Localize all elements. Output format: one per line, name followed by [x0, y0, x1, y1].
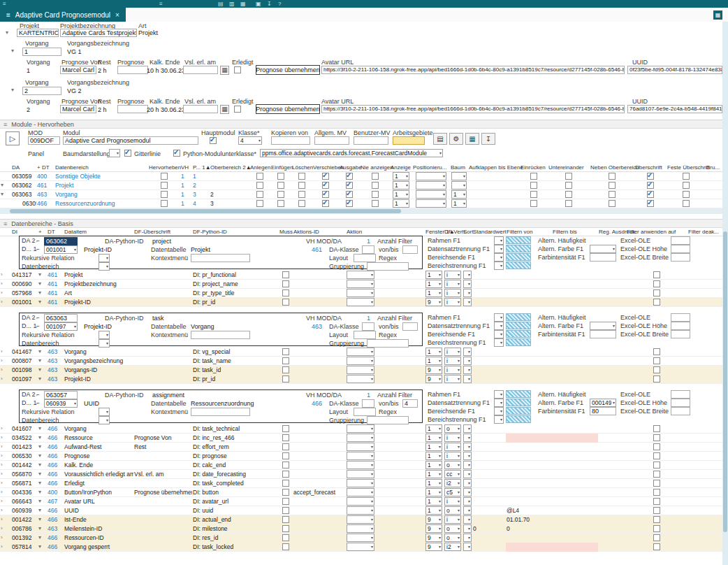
sort-select[interactable]: ▾ — [463, 375, 472, 383]
datensatztrennung-select[interactable]: ▾ — [494, 245, 504, 253]
sort-select[interactable]: ▾ — [463, 534, 472, 542]
da-field[interactable]: 063063 — [44, 314, 78, 322]
gruppierung-field[interactable] — [367, 262, 409, 271]
dataitem-row[interactable]: ›001001▾461Projekt-IDDI: pr_id▾9▾i▾▾ — [0, 298, 722, 307]
vorgang-field[interactable]: 1 — [22, 48, 61, 56]
vertical-scrollbar-thumb[interactable] — [723, 231, 727, 532]
tab-menu-icon[interactable]: ≡ — [6, 11, 10, 19]
horizontal-scrollbar-thumb[interactable] — [10, 209, 401, 213]
sort-select[interactable]: ▾ — [463, 434, 472, 442]
filter-anwenden-checkbox[interactable] — [653, 525, 660, 532]
fenster-select[interactable]: 1▾ — [425, 461, 442, 469]
rekursive-relation-select[interactable]: ▾ — [99, 331, 110, 339]
fenster-select[interactable]: 1▾ — [425, 348, 442, 356]
di-dropdown-icon[interactable]: ▾ — [38, 376, 41, 382]
dataitem-row[interactable]: ›066643▾467Avatar URLDI: avatar_url▾1▾i▾… — [0, 497, 722, 506]
da-field[interactable]: 063062 — [44, 237, 78, 245]
window-menu-icon[interactable]: ≡ — [159, 1, 163, 7]
aktion-select[interactable]: ▾ — [347, 515, 374, 524]
aktion-select[interactable]: ▾ — [347, 280, 374, 288]
filter-anwenden-checkbox[interactable] — [653, 489, 660, 496]
aktion-select[interactable]: ▾ — [347, 543, 374, 551]
muss-checkbox[interactable] — [282, 271, 289, 278]
altern-farbe-select[interactable]: 000149▾ — [590, 399, 616, 407]
bereichsende-select[interactable]: ▾ — [494, 253, 504, 262]
df-verh-select[interactable]: i▾ — [444, 497, 461, 506]
baumdarstellung-select[interactable]: ▾ — [109, 149, 120, 157]
dataitem-row[interactable]: ›057814▾466Vorgang gesperrtDI: task_lock… — [0, 543, 722, 552]
hervorheben-checkbox[interactable] — [161, 182, 168, 189]
di-select[interactable]: 001097▾ — [44, 322, 78, 331]
section-menu-icon[interactable]: ≡ — [3, 220, 7, 227]
vorgang-field[interactable]: 2 — [22, 87, 61, 95]
new-window-icon[interactable]: ▣ — [256, 1, 261, 7]
split-view-icon[interactable]: ▦ — [240, 1, 246, 7]
feste_ueberschrift-checkbox[interactable] — [683, 173, 690, 180]
rahmen-color-field[interactable] — [506, 236, 531, 244]
sort-select[interactable]: ▾ — [463, 452, 472, 460]
baum-select[interactable]: ▾ — [451, 181, 467, 189]
sort-select[interactable]: ▾ — [463, 506, 472, 515]
datenbereich-link[interactable]: Ressourcenzuordnung — [55, 200, 115, 207]
expand-icon[interactable]: › — [1, 376, 3, 382]
anlegen-checkbox[interactable] — [256, 200, 263, 207]
expand-icon[interactable]: › — [1, 471, 3, 477]
neben_oberbereich-checkbox[interactable] — [609, 200, 616, 207]
datenbereiche-section-header[interactable]: ≡ Datenbereiche - Basis — [0, 219, 722, 228]
aktion-select[interactable]: ▾ — [347, 357, 374, 365]
df-verh-select[interactable]: i▾ — [444, 298, 461, 306]
df-verh-select[interactable]: o▾ — [444, 424, 461, 433]
verschieben-checkbox[interactable] — [322, 191, 329, 198]
expand-icon[interactable]: › — [1, 444, 3, 450]
untereinander-checkbox[interactable] — [565, 173, 572, 180]
nie_anzeigen-checkbox[interactable] — [372, 182, 379, 189]
muss-checkbox[interactable] — [282, 452, 289, 459]
cascade-windows-icon[interactable]: ▥ — [229, 1, 235, 7]
bereichsende-color-field[interactable] — [506, 253, 531, 261]
baum-select[interactable]: ▾ — [451, 172, 467, 180]
dataitem-row[interactable]: ›001422▾466Ist-EndeDI: actual_end▾9▾i▾▾0… — [0, 515, 722, 524]
sort-select[interactable]: ▾ — [463, 424, 472, 433]
vsl-erl-am-field[interactable] — [183, 66, 218, 74]
di-dropdown-icon[interactable]: ▾ — [38, 272, 41, 278]
pos-select[interactable]: ▾ — [416, 199, 446, 208]
rahmen-select[interactable]: ▾ — [494, 390, 504, 399]
aktion-select[interactable]: ▾ — [347, 289, 374, 297]
ueberschrift-checkbox[interactable] — [647, 182, 654, 189]
kontextmenu-field[interactable] — [191, 408, 250, 416]
di-dropdown-icon[interactable]: ▾ — [38, 508, 41, 513]
sort-select[interactable]: ▾ — [463, 543, 472, 551]
klasse-select[interactable]: 4▾ — [238, 136, 262, 145]
excel-ole-field[interactable] — [671, 236, 690, 245]
module-grid-row[interactable]: ▾063063463Vorgang1321▾▾1▾ — [0, 190, 722, 199]
aktion-select[interactable]: ▾ — [347, 452, 374, 460]
fenster-select[interactable]: 9▾ — [425, 366, 442, 374]
di-dropdown-icon[interactable]: ▾ — [38, 367, 41, 373]
dataitem-row[interactable]: ›041317▾461ProjektDI: pr_functional▾1▾i▾… — [0, 271, 722, 280]
dataitem-row[interactable]: ›001423▾466Aufwand-RestRestDI: effort_re… — [0, 443, 722, 452]
dataitem-row[interactable]: ›056870▾466Voraussichtlich erledigt amVs… — [0, 470, 722, 479]
di-dropdown-icon[interactable]: ▾ — [38, 358, 41, 364]
fenster-select[interactable]: 1▾ — [425, 434, 442, 442]
sort-select[interactable]: ▾ — [463, 497, 472, 506]
hamburger-menu-icon[interactable]: ≡ — [3, 1, 6, 7]
prognose-uebernehmen-button[interactable]: Prognose übernehmen — [256, 104, 320, 114]
datensatztrennung-color-field[interactable] — [506, 399, 531, 406]
filter-anwenden-checkbox[interactable] — [653, 498, 660, 505]
excel-ole-field[interactable] — [671, 313, 690, 322]
datenbereich-link[interactable]: Sonstige Objekte — [55, 173, 101, 180]
filter-anwenden-checkbox[interactable] — [653, 280, 660, 287]
settings-gear-icon[interactable]: ⚙ — [449, 133, 463, 145]
expand-icon[interactable]: › — [1, 367, 3, 373]
datenbereich-select[interactable]: ▾ — [99, 339, 110, 348]
collapse-icon[interactable]: ⌐ — [36, 245, 40, 253]
farbintensitaet-field[interactable] — [590, 253, 616, 262]
side-panel-button[interactable]: ▦ — [713, 10, 722, 20]
di-dropdown-icon[interactable]: ▾ — [38, 480, 41, 486]
calendar-button[interactable]: ▦ — [220, 66, 229, 75]
fenster-select[interactable]: 1▾ — [425, 497, 442, 506]
dataitem-row[interactable]: ›004336▾400Button/IronPythonPrognose übe… — [0, 488, 722, 497]
expand-icon[interactable]: ▾ — [1, 192, 3, 197]
df-verh-select[interactable]: i▾ — [444, 443, 461, 451]
baum-select[interactable]: 1▾ — [451, 199, 467, 208]
